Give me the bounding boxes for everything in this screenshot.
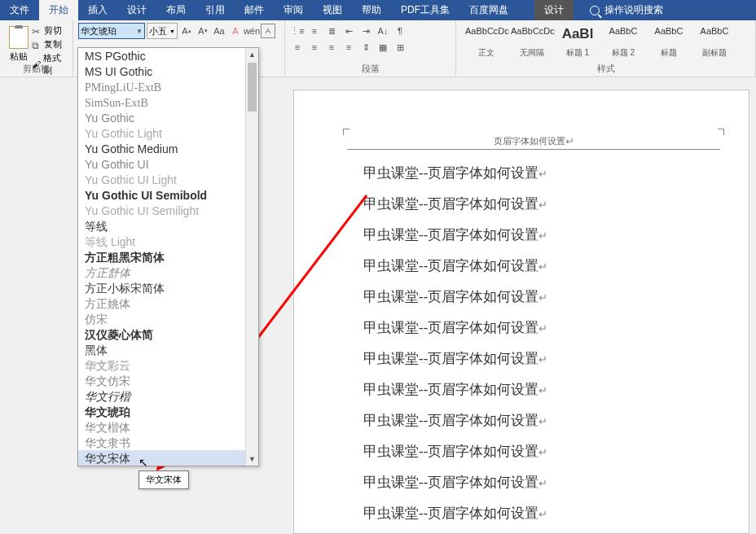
body-line[interactable]: 甲虫课堂--页眉字体如何设置↵ bbox=[363, 318, 716, 337]
copy-button[interactable]: 复制 bbox=[32, 38, 68, 50]
body-line[interactable]: 甲虫课堂--页眉字体如何设置↵ bbox=[363, 164, 716, 182]
body-line[interactable]: 甲虫课堂--页眉字体如何设置↵ bbox=[363, 195, 716, 213]
paste-label: 粘贴 bbox=[10, 50, 28, 63]
tab-邮件[interactable]: 邮件 bbox=[235, 0, 274, 20]
font-item[interactable]: 汉仪菱心体简 bbox=[78, 326, 258, 342]
shading-button[interactable]: ▦ bbox=[376, 40, 390, 55]
show-marks-button[interactable]: ¶ bbox=[393, 24, 407, 38]
line-spacing-button[interactable]: ⇕ bbox=[358, 40, 373, 55]
tab-布局[interactable]: 布局 bbox=[156, 0, 196, 20]
font-item[interactable]: 等线 Light bbox=[78, 234, 258, 249]
tell-me-search[interactable]: 操作说明搜索 bbox=[590, 3, 663, 17]
copy-icon bbox=[32, 40, 42, 50]
font-item[interactable]: 仿宋 bbox=[78, 311, 258, 326]
font-item[interactable]: Yu Gothic UI bbox=[78, 156, 258, 172]
font-tooltip: 华文宋体 bbox=[138, 471, 189, 489]
body-line[interactable]: 甲虫课堂--页眉字体如何设置↵ bbox=[363, 504, 716, 523]
borders-button[interactable]: ⊞ bbox=[393, 40, 407, 55]
font-item[interactable]: 华文宋体 bbox=[78, 450, 258, 466]
body-line[interactable]: 甲虫课堂--页眉字体如何设置↵ bbox=[363, 473, 716, 492]
font-item[interactable]: 华文行楷 bbox=[78, 388, 258, 404]
scroll-down-icon[interactable]: ▼ bbox=[246, 453, 258, 466]
body-line[interactable]: 甲虫课堂--页眉字体如何设置↵ bbox=[363, 225, 716, 244]
tab-设计[interactable]: 设计 bbox=[117, 0, 156, 20]
bullets-button[interactable]: ⋮≡ bbox=[290, 24, 305, 38]
align-right-button[interactable]: ≡ bbox=[324, 40, 339, 55]
scroll-up-icon[interactable]: ▲ bbox=[246, 48, 258, 61]
body-line[interactable]: 甲虫课堂--页眉字体如何设置↵ bbox=[363, 411, 716, 430]
tab-引用[interactable]: 引用 bbox=[196, 0, 235, 20]
style-标题 2[interactable]: AaBbC标题 2 bbox=[601, 24, 645, 61]
font-item[interactable]: 华文楷体 bbox=[78, 419, 258, 435]
font-item[interactable]: Yu Gothic UI Light bbox=[78, 172, 258, 187]
menu-bar: 文件开始插入设计布局引用邮件审阅视图帮助PDF工具集百度网盘 设计 操作说明搜索 bbox=[0, 0, 756, 20]
multilevel-button[interactable]: ≣ bbox=[324, 24, 339, 38]
font-item[interactable]: 华文隶书 bbox=[78, 435, 258, 450]
page-header[interactable]: 页眉字体如何设置↵ bbox=[347, 134, 720, 150]
font-item[interactable]: 华文仿宋 bbox=[78, 373, 258, 388]
style-标题 1[interactable]: AaBl标题 1 bbox=[556, 24, 600, 61]
shrink-font-button[interactable]: A▾ bbox=[196, 24, 210, 38]
body-line[interactable]: 甲虫课堂--页眉字体如何设置↵ bbox=[363, 442, 716, 461]
tab-插入[interactable]: 插入 bbox=[78, 0, 117, 20]
tab-PDF工具集[interactable]: PDF工具集 bbox=[391, 0, 459, 20]
font-item[interactable]: PMingLiU-ExtB bbox=[78, 79, 258, 94]
cut-button[interactable]: 剪切 bbox=[32, 24, 68, 37]
style-正文[interactable]: AaBbCcDc正文 bbox=[464, 24, 508, 61]
increase-indent-button[interactable]: ⇥ bbox=[358, 24, 373, 38]
clipboard-group: 粘贴 剪切 复制 格式刷 剪贴板 bbox=[0, 20, 73, 77]
sort-button[interactable]: A↓ bbox=[376, 24, 390, 38]
grow-font-button[interactable]: A▴ bbox=[179, 24, 194, 38]
justify-button[interactable]: ≡ bbox=[341, 40, 356, 55]
body-line[interactable]: 甲虫课堂--页眉字体如何设置↵ bbox=[363, 349, 716, 368]
page-body[interactable]: 甲虫课堂--页眉字体如何设置↵甲虫课堂--页眉字体如何设置↵甲虫课堂--页眉字体… bbox=[363, 164, 716, 534]
font-name-select[interactable]: 华文琥珀▼ bbox=[78, 23, 145, 39]
body-line[interactable]: 甲虫课堂--页眉字体如何设置↵ bbox=[363, 287, 716, 306]
tab-文件[interactable]: 文件 bbox=[0, 0, 39, 20]
style-无间隔[interactable]: AaBbCcDc无间隔 bbox=[510, 24, 554, 61]
style-副标题[interactable]: AaBbC副标题 bbox=[692, 24, 736, 61]
tab-视图[interactable]: 视图 bbox=[313, 0, 352, 20]
font-item[interactable]: Yu Gothic bbox=[78, 110, 258, 125]
tab-帮助[interactable]: 帮助 bbox=[352, 0, 391, 20]
clear-formatting-button[interactable]: A bbox=[228, 24, 243, 38]
font-item[interactable]: 方正舒体 bbox=[78, 265, 258, 280]
font-item[interactable]: 等线 bbox=[78, 218, 258, 234]
font-item[interactable]: Yu Gothic Light bbox=[78, 125, 258, 141]
page[interactable]: 页眉字体如何设置↵ 甲虫课堂--页眉字体如何设置↵甲虫课堂--页眉字体如何设置↵… bbox=[293, 90, 749, 534]
char-border-button[interactable]: A bbox=[261, 24, 275, 38]
font-item[interactable]: 黑体 bbox=[78, 342, 258, 357]
body-line[interactable]: 甲虫课堂--页眉字体如何设置↵ bbox=[363, 380, 716, 399]
body-line[interactable]: 甲虫课堂--页眉字体如何设置↵ bbox=[363, 256, 716, 275]
change-case-button[interactable]: Aa bbox=[212, 24, 226, 38]
font-item[interactable]: MS PGothic bbox=[78, 48, 258, 63]
style-标题[interactable]: AaBbC标题 bbox=[647, 24, 691, 61]
font-item[interactable]: 华文琥珀 bbox=[78, 404, 258, 419]
font-dropdown[interactable]: MS PGothicMS UI GothicPMingLiU-ExtBSimSu… bbox=[77, 47, 259, 466]
font-item[interactable]: 华文彩云 bbox=[78, 357, 258, 373]
font-item[interactable]: MS UI Gothic bbox=[78, 63, 258, 79]
phonetic-guide-button[interactable]: wén bbox=[244, 24, 259, 38]
align-left-button[interactable]: ≡ bbox=[290, 40, 305, 55]
chevron-down-icon: ▼ bbox=[136, 28, 143, 35]
font-item[interactable]: SimSun-ExtB bbox=[78, 94, 258, 110]
search-icon bbox=[590, 6, 600, 15]
align-center-button[interactable]: ≡ bbox=[307, 40, 322, 55]
decrease-indent-button[interactable]: ⇤ bbox=[341, 24, 356, 38]
styles-group: AaBbCcDc正文AaBbCcDc无间隔AaBl标题 1AaBbC标题 2Aa… bbox=[456, 20, 756, 77]
font-item[interactable]: Yu Gothic UI Semilight bbox=[78, 203, 258, 218]
font-item[interactable]: 方正小标宋简体 bbox=[78, 280, 258, 295]
tab-百度网盘[interactable]: 百度网盘 bbox=[459, 0, 518, 20]
font-item[interactable]: 方正粗黑宋简体 bbox=[78, 249, 258, 265]
context-tab-design[interactable]: 设计 bbox=[534, 0, 574, 20]
font-item[interactable]: Yu Gothic Medium bbox=[78, 141, 258, 156]
font-size-select[interactable]: 小五▼ bbox=[147, 23, 178, 39]
numbering-button[interactable]: ≡ bbox=[307, 24, 322, 38]
scroll-thumb[interactable] bbox=[248, 63, 257, 112]
tab-开始[interactable]: 开始 bbox=[39, 0, 78, 20]
scrollbar[interactable]: ▲ ▼ bbox=[245, 48, 258, 466]
tab-审阅[interactable]: 审阅 bbox=[274, 0, 313, 20]
paragraph-group-label: 段落 bbox=[285, 63, 455, 75]
font-item[interactable]: Yu Gothic UI Semibold bbox=[78, 187, 258, 203]
font-item[interactable]: 方正姚体 bbox=[78, 295, 258, 311]
